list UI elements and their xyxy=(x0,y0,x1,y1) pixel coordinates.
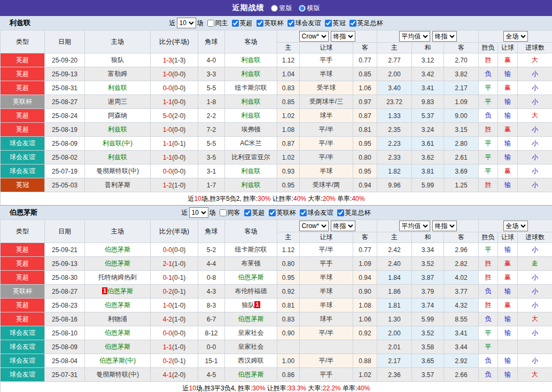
result-handicap: 输 xyxy=(498,151,518,164)
result-wdl-text: 平 xyxy=(485,84,492,91)
avg-home-odds: 2.17 xyxy=(377,354,412,368)
league-filter-option[interactable]: 球会友谊 xyxy=(296,208,333,217)
same-venue-option[interactable]: 同客 xyxy=(216,208,240,217)
league-badge: 英联杯 xyxy=(1,95,45,109)
avg-away-odds: 4.32 xyxy=(444,299,479,312)
league-filter-option[interactable]: 球会友谊 xyxy=(284,19,321,28)
corner-score: 3-5 xyxy=(198,151,225,164)
team-name-text: 曼彻斯特联(中) xyxy=(96,167,139,175)
sub-column-header: 让球 xyxy=(300,232,353,243)
home-team: 曼彻斯特联(中) xyxy=(85,164,151,178)
result-wdl: 平 xyxy=(479,95,498,109)
column-header: 角球 xyxy=(198,30,225,53)
column-header: 比分(半场) xyxy=(151,30,198,53)
league-filter-checkbox[interactable] xyxy=(232,20,239,27)
league-filter-checkbox[interactable] xyxy=(287,20,294,27)
score-cell: 0-2(0-1) xyxy=(151,285,198,299)
match-row: 英超25-08-30托特纳姆热刺0-1(0-1)0-8伯恩茅斯0.95半球0.9… xyxy=(1,271,552,285)
league-filter-checkbox[interactable] xyxy=(244,209,251,216)
handicap-line: 球半 xyxy=(300,109,353,123)
league-filter-option[interactable]: 英足总杯 xyxy=(346,19,383,28)
away-team: 狼队1 xyxy=(225,299,277,312)
team-name-text: 利兹联(中) xyxy=(103,139,133,147)
handicap-home-odds: 0.93 xyxy=(277,164,300,178)
league-filter-checkbox[interactable] xyxy=(256,20,263,27)
scope-select[interactable]: 全场 xyxy=(503,31,528,42)
horizontal-radio[interactable] xyxy=(299,5,306,12)
result-wdl-text: 负 xyxy=(485,112,492,119)
avg-home-odds: 2.35 xyxy=(377,123,412,137)
home-team: 伯恩茅斯(中) xyxy=(85,354,151,368)
average-select[interactable]: 平均值 xyxy=(399,221,430,231)
league-filter-option[interactable]: 英联杯 xyxy=(253,19,284,28)
handicap-home-odds: 0.86 xyxy=(277,368,300,382)
league-filter-option[interactable]: 英联杯 xyxy=(265,208,296,217)
handicap-away-odds: 0.85 xyxy=(353,67,377,81)
league-badge: 英超 xyxy=(1,67,45,81)
result-wdl: 平 xyxy=(479,243,498,257)
corner-score: 5-5 xyxy=(198,81,225,95)
sub-column-header: 主 xyxy=(377,43,412,53)
same-venue-checkbox[interactable] xyxy=(207,20,214,27)
avg-away-odds: 2.70 xyxy=(444,53,479,67)
average-time-select[interactable]: 终指 xyxy=(432,221,457,231)
result-scope-group: 全场 xyxy=(479,220,552,232)
match-count-select[interactable]: 10 xyxy=(189,207,208,218)
column-header: 客场 xyxy=(225,30,277,53)
match-count-select[interactable]: 10 xyxy=(177,18,196,28)
handicap-away-odds: 1.06 xyxy=(353,81,377,95)
result-goals: 小 xyxy=(518,326,552,340)
league-filter-checkbox[interactable] xyxy=(349,20,356,27)
corner-score: 4-0 xyxy=(198,53,225,67)
sub-column-header: 和 xyxy=(412,232,444,243)
bookmaker-select[interactable]: Crow* xyxy=(299,31,329,42)
avg-home-odds: 2.33 xyxy=(377,151,412,164)
bookmaker-select[interactable]: Crow* xyxy=(299,221,329,231)
match-date: 25-08-09 xyxy=(45,340,85,354)
average-select[interactable]: 平均值 xyxy=(399,31,430,42)
league-filter-checkbox[interactable] xyxy=(337,209,344,216)
result-goals-text: 大 xyxy=(532,315,538,323)
avg-draw-odds: 9.83 xyxy=(412,95,444,109)
result-goals: 小 xyxy=(518,137,552,151)
avg-draw-odds: 3.74 xyxy=(412,299,444,312)
league-filter-option[interactable]: 英超 xyxy=(240,208,265,217)
corner-score: 4-4 xyxy=(198,257,225,271)
score-cell: 1-1(1-0) xyxy=(151,340,198,354)
average-time-select[interactable]: 终指 xyxy=(432,31,457,42)
home-team: 阿森纳 xyxy=(85,109,151,123)
layout-vertical-option[interactable]: 竖版 xyxy=(271,4,292,13)
bookmaker-odds-group: Crow*终指 xyxy=(277,220,377,232)
bookmaker-time-select[interactable]: 终指 xyxy=(331,31,355,42)
league-filter-checkbox[interactable] xyxy=(269,209,276,216)
fulltime-score: 1-1 xyxy=(163,154,172,161)
result-goals: 小 xyxy=(518,354,552,368)
league-filter-checkbox[interactable] xyxy=(325,20,332,27)
bookmaker-time-select[interactable]: 终指 xyxy=(331,221,355,231)
team-name-text: 谢周三 xyxy=(108,98,127,105)
scope-select[interactable]: 全场 xyxy=(503,221,528,231)
league-filter-option[interactable]: 英冠 xyxy=(321,19,346,28)
away-team: 比利亚雷亚尔 xyxy=(225,151,277,164)
match-row: 球会友谊25-08-09伯恩茅斯1-1(1-0)0-0皇家社会2.013.583… xyxy=(1,340,552,354)
league-filter-checkbox[interactable] xyxy=(300,209,307,216)
summary-row: 近10场,胜3平3负4, 胜率:30% 让胜率:33.3% 大率:22.2% 单… xyxy=(1,382,552,392)
result-handicap: 赢 xyxy=(498,81,518,95)
red-card-badge: 1 xyxy=(102,287,107,294)
handicap-away-odds: 0.88 xyxy=(353,354,377,368)
result-handicap-text: 输 xyxy=(504,153,511,161)
same-venue-checkbox[interactable] xyxy=(220,209,227,216)
league-filter-option[interactable]: 英足总杯 xyxy=(333,208,371,217)
layout-horizontal-option[interactable]: 横版 xyxy=(299,4,320,13)
same-venue-option[interactable]: 同主 xyxy=(204,19,228,28)
vertical-radio[interactable] xyxy=(271,5,278,12)
away-team: 利兹联 xyxy=(225,178,277,192)
handicap-line: 平/半 xyxy=(300,326,353,340)
match-row: 球会友谊25-07-19曼彻斯特联(中)0-0(0-0)3-1利兹联0.93半球… xyxy=(1,164,552,178)
score-cell: 1-0(1-0) xyxy=(151,299,198,312)
result-goals-text: 小 xyxy=(532,139,538,147)
league-filter-option[interactable]: 英超 xyxy=(228,19,253,28)
fulltime-score: 1-2 xyxy=(163,182,172,189)
result-wdl-text: 平 xyxy=(485,343,492,350)
result-goals: 小 xyxy=(518,299,552,312)
